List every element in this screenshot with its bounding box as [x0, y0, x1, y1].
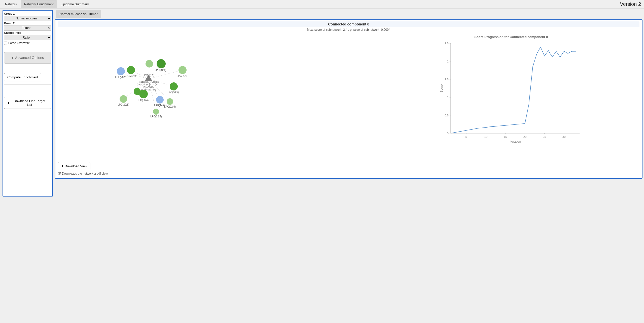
info-icon — [58, 171, 61, 176]
svg-text:2: 2 — [447, 60, 448, 63]
network-node[interactable] — [170, 82, 178, 90]
network-node-label: LPC(22:5) — [164, 105, 176, 108]
svg-text:0: 0 — [447, 132, 448, 135]
comparison-tab[interactable]: Normal mucosa vs. Tumor — [56, 10, 101, 18]
network-node[interactable] — [156, 96, 164, 104]
result-panel: Connected component 0 Max. score of subn… — [55, 19, 642, 179]
svg-text:Iteration: Iteration — [509, 140, 521, 143]
network-node-label: PC(36:3) — [126, 75, 136, 77]
version-label: Version 2 — [620, 1, 641, 7]
force-overwrite-label: Force Overwrite — [8, 41, 30, 45]
group2-select[interactable]: Tumor — [4, 25, 51, 31]
svg-text:1: 1 — [447, 96, 448, 99]
network-node[interactable] — [146, 60, 153, 68]
network-node-label: PC(36:5) — [169, 91, 179, 94]
network-node[interactable] — [178, 66, 187, 74]
network-node-label: PC(36:4) — [138, 99, 149, 102]
network-node-label: LPC(20:3) — [118, 103, 129, 106]
score-chart: Score Progression for Connected componen… — [383, 34, 640, 159]
svg-text:15: 15 — [504, 135, 507, 138]
compute-enrichment-button[interactable]: Compute Enrichment — [4, 73, 41, 81]
group1-label: Group 1 — [4, 12, 51, 15]
network-node[interactable] — [153, 109, 159, 115]
svg-text:25: 25 — [543, 135, 546, 138]
download-view-button[interactable]: Download View — [58, 162, 90, 170]
comparison-tabbar: Normal mucosa vs. Tumor — [56, 10, 642, 18]
network-node-label: LPE(14:0) — [154, 104, 165, 107]
chevron-down-icon: ▾ — [12, 56, 13, 60]
tab-lipidome-summary[interactable]: Lipidome Summary — [57, 0, 92, 8]
download-info-text: Downloads the network a pdf view — [62, 172, 108, 175]
network-node[interactable] — [127, 66, 135, 74]
network-node-label: LPC(16:1) — [143, 74, 154, 77]
svg-text:20: 20 — [523, 135, 526, 138]
advanced-options-label: Advanced Options — [15, 56, 44, 60]
panel-subtitle: Max. score of subnetwork: 2.4 , p-value … — [58, 28, 639, 31]
svg-text:0.5: 0.5 — [445, 114, 449, 117]
svg-text:2.5: 2.5 — [445, 42, 449, 45]
top-tabbar: Network Network Enrichment Lipidome Summ… — [0, 0, 644, 9]
svg-text:30: 30 — [562, 135, 565, 138]
network-node[interactable] — [157, 59, 166, 68]
tab-network[interactable]: Network — [2, 0, 21, 8]
network-node-label: LPE(20:2) — [115, 76, 126, 79]
network-visualization[interactable]: Reaction L_FAdelete:['LPC', 'LPE'] <=> [… — [58, 34, 378, 159]
network-node[interactable] — [120, 95, 127, 103]
download-icon — [7, 101, 10, 105]
network-node[interactable] — [134, 88, 141, 95]
svg-text:1.5: 1.5 — [445, 78, 449, 81]
reaction-label: Reaction L_FAdelete:['LPC', 'LPE'] <=> [… — [137, 81, 160, 91]
svg-text:5: 5 — [465, 135, 467, 138]
advanced-options-toggle[interactable]: ▾ Advanced Options — [4, 52, 51, 63]
group1-select[interactable]: Normal mucosa — [4, 16, 51, 21]
network-node[interactable] — [167, 98, 173, 105]
sidebar: Group 1 Normal mucosa Group 2 Tumor Chan… — [3, 10, 53, 197]
network-node-label: LPC(22:4) — [150, 115, 162, 118]
download-icon — [61, 164, 64, 168]
network-node-label: LPC(20:1) — [177, 75, 188, 77]
group2-label: Group 2 — [4, 22, 51, 25]
network-node-label: PC(34:1) — [156, 69, 166, 72]
network-node[interactable] — [117, 67, 125, 75]
changetype-label: Change Type — [4, 31, 51, 34]
panel-title: Connected component 0 — [58, 21, 639, 27]
force-overwrite-checkbox[interactable] — [4, 42, 7, 45]
changetype-select[interactable]: Ratio — [4, 35, 51, 40]
svg-text:Score: Score — [440, 84, 443, 92]
download-lion-button[interactable]: Download Lion Target List — [4, 97, 51, 109]
tab-network-enrichment[interactable]: Network Enrichment — [21, 0, 57, 8]
chart-title: Score Progression for Connected componen… — [383, 35, 640, 39]
svg-text:10: 10 — [484, 135, 487, 138]
